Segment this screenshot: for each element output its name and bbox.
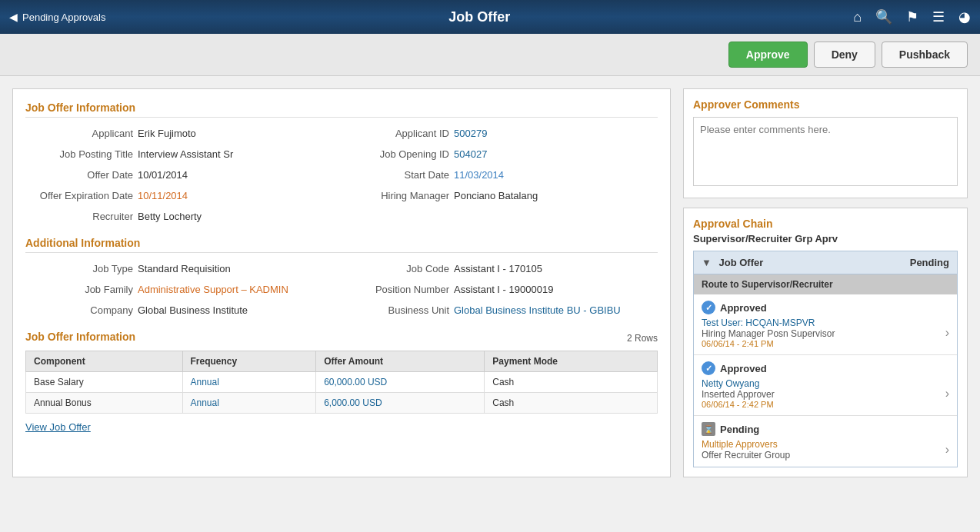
view-job-offer-link[interactable]: View Job Offer xyxy=(25,421,91,433)
left-panel: Job Offer Information Applicant Erik Fuj… xyxy=(12,88,671,477)
row1-component: Base Salary xyxy=(26,372,183,393)
chain-item-row-2: Netty Owyang Inserted Approver 06/06/14 … xyxy=(702,378,949,409)
right-panel: Approver Comments Approval Chain Supervi… xyxy=(683,88,968,477)
job-posting-title-row: Job Posting Title Interview Assistant Sr xyxy=(25,146,342,162)
chain-role-1: Hiring Manager Posn Supervisor xyxy=(702,328,835,339)
chain-chevron-icon-1[interactable]: › xyxy=(945,326,949,340)
applicant-label: Applicant xyxy=(25,128,133,139)
chain-chevron-icon-2[interactable]: › xyxy=(945,387,949,401)
job-posting-title-label: Job Posting Title xyxy=(25,148,133,160)
job-opening-id-value[interactable]: 504027 xyxy=(454,148,487,160)
position-number-value: Assistant I - 19000019 xyxy=(454,284,553,295)
job-family-value[interactable]: Administrative Support – KADMIN xyxy=(138,284,288,295)
start-date-row: Start Date 11/03/2014 xyxy=(342,167,658,183)
chain-user-info-2: Netty Owyang Inserted Approver 06/06/14 … xyxy=(702,378,775,409)
row2-frequency: Annual xyxy=(182,393,316,414)
recruiter-label: Recruiter xyxy=(25,211,133,222)
col-component: Component xyxy=(26,351,183,372)
company-value: Global Business Institute xyxy=(138,304,248,316)
start-date-value[interactable]: 11/03/2014 xyxy=(454,169,504,181)
check-icon-1: ✓ xyxy=(702,301,715,314)
chain-status-3: ⌛ Pending xyxy=(702,422,949,436)
chain-user-2[interactable]: Netty Owyang xyxy=(702,378,775,389)
job-opening-id-label: Job Opening ID xyxy=(342,148,449,160)
chain-header[interactable]: ▼ Job Offer Pending xyxy=(693,251,958,274)
offer-date-row: Offer Date 10/01/2014 xyxy=(25,167,342,183)
pending-label: Pending xyxy=(720,424,759,435)
col-frequency: Frequency xyxy=(182,351,316,372)
offer-table: Component Frequency Offer Amount Payment… xyxy=(25,351,658,414)
additional-info-section-title: Additional Information xyxy=(25,237,658,253)
back-button[interactable]: ◀ Pending Approvals xyxy=(9,11,105,23)
job-type-label: Job Type xyxy=(25,263,133,274)
check-icon-2: ✓ xyxy=(702,361,715,375)
approval-chain-subtitle: Supervisor/Recruiter Grp Aprv xyxy=(693,233,958,244)
position-number-label: Position Number xyxy=(342,284,449,295)
toolbar: Approve Deny Pushback xyxy=(0,34,980,76)
company-row: Company Global Business Institute xyxy=(25,302,342,318)
job-offer-info-grid: Applicant Erik Fujimoto Applicant ID 500… xyxy=(25,125,658,224)
chain-body: Route to Supervisor/Recruiter ✓ Approved… xyxy=(693,274,958,467)
chain-item-1: ✓ Approved Test User: HCQAN-MSPVR Hiring… xyxy=(694,294,957,355)
applicant-id-row: Applicant ID 500279 xyxy=(342,125,658,141)
hiring-manager-row: Hiring Manager Ponciano Batalang xyxy=(342,188,658,204)
approve-button[interactable]: Approve xyxy=(728,42,808,68)
chain-role-2: Inserted Approver xyxy=(702,389,775,400)
applicant-id-value[interactable]: 500279 xyxy=(454,128,487,139)
comments-section: Approver Comments xyxy=(683,88,968,198)
header-icons: ⌂ 🔍 ⚑ ☰ ◕ xyxy=(853,8,971,25)
offer-table-header: Job Offer Information 2 Rows xyxy=(25,331,658,346)
chain-item-row-1: Test User: HCQAN-MSPVR Hiring Manager Po… xyxy=(702,318,949,348)
offer-expiration-row: Offer Expiration Date 10/11/2014 xyxy=(25,188,342,204)
chain-header-left: ▼ Job Offer xyxy=(702,257,763,268)
job-type-value: Standard Requisition xyxy=(138,263,231,274)
applicant-id-label: Applicant ID xyxy=(342,128,449,139)
chain-date-1: 06/06/14 - 2:41 PM xyxy=(702,339,835,348)
table-row: Base Salary Annual 60,000.00 USD Cash xyxy=(26,372,658,393)
job-code-label: Job Code xyxy=(342,263,449,274)
start-date-label: Start Date xyxy=(342,169,449,181)
row1-frequency: Annual xyxy=(182,372,316,393)
compass-icon[interactable]: ◕ xyxy=(958,8,971,25)
chain-status-2: ✓ Approved xyxy=(702,361,949,375)
position-number-row: Position Number Assistant I - 19000019 xyxy=(342,281,658,298)
chain-status-1: ✓ Approved xyxy=(702,301,949,314)
row-count: 2 Rows xyxy=(627,333,658,344)
job-code-value: Assistant I - 170105 xyxy=(454,263,542,274)
chain-item-2: ✓ Approved Netty Owyang Inserted Approve… xyxy=(694,355,957,416)
approved-label-2: Approved xyxy=(720,363,767,374)
hiring-manager-label: Hiring Manager xyxy=(342,190,449,201)
row2-amount: 6,000.00 USD xyxy=(316,393,485,414)
home-icon[interactable]: ⌂ xyxy=(853,9,862,25)
offer-expiration-label: Offer Expiration Date xyxy=(25,190,133,201)
menu-icon[interactable]: ☰ xyxy=(932,8,945,25)
business-unit-value[interactable]: Global Business Institute BU - GBIBU xyxy=(454,304,621,316)
approved-label-1: Approved xyxy=(720,302,767,314)
deny-button[interactable]: Deny xyxy=(814,42,875,68)
offer-date-value: 10/01/2014 xyxy=(138,169,188,181)
job-family-row: Job Family Administrative Support – KADM… xyxy=(25,281,342,298)
business-unit-label: Business Unit xyxy=(342,304,449,316)
company-label: Company xyxy=(25,304,133,316)
row2-mode: Cash xyxy=(485,393,658,414)
pushback-button[interactable]: Pushback xyxy=(882,42,968,68)
row1-amount: 60,000.00 USD xyxy=(316,372,485,393)
business-unit-row: Business Unit Global Business Institute … xyxy=(342,302,658,318)
chain-user-1[interactable]: Test User: HCQAN-MSPVR xyxy=(702,318,835,328)
offer-expiration-value[interactable]: 10/11/2014 xyxy=(138,190,188,201)
job-type-row: Job Type Standard Requisition xyxy=(25,261,342,277)
col-offer-amount: Offer Amount xyxy=(316,351,485,372)
additional-info-grid: Job Type Standard Requisition Job Code A… xyxy=(25,261,658,318)
chain-role-3: Offer Recruiter Group xyxy=(702,450,790,461)
chain-user-info-3: Multiple Approvers Offer Recruiter Group xyxy=(702,439,790,461)
chain-chevron-icon-3[interactable]: › xyxy=(945,443,949,457)
comments-textarea[interactable] xyxy=(693,117,958,186)
flag-icon[interactable]: ⚑ xyxy=(906,8,918,25)
search-icon[interactable]: 🔍 xyxy=(875,8,892,25)
chain-user-3[interactable]: Multiple Approvers xyxy=(702,439,790,450)
pending-icon: ⌛ xyxy=(702,422,715,436)
chain-date-2: 06/06/14 - 2:42 PM xyxy=(702,400,775,409)
hiring-manager-value: Ponciano Batalang xyxy=(454,190,538,201)
row2-component: Annual Bonus xyxy=(26,393,183,414)
approval-chain-title: Approval Chain xyxy=(693,218,958,230)
